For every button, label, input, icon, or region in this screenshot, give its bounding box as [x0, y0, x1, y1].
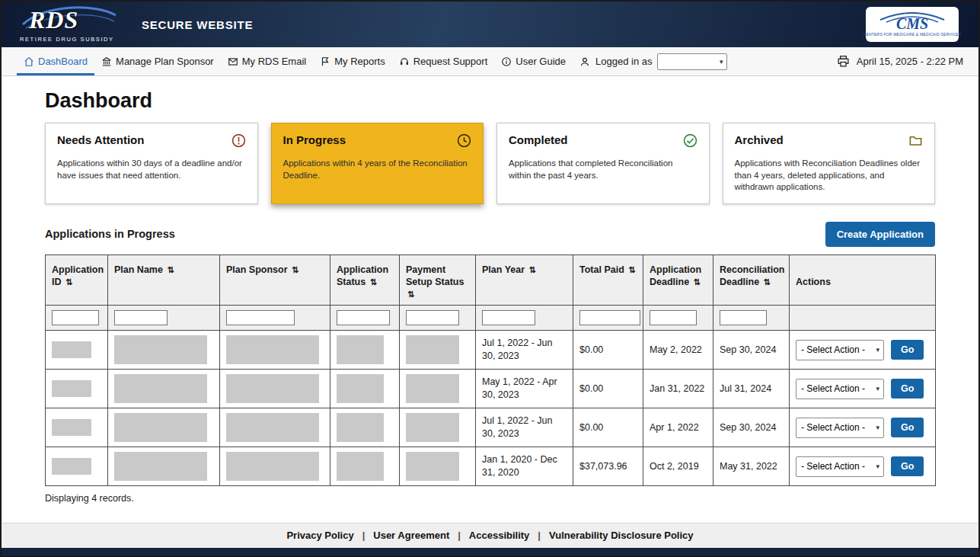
table-header-row: Application ID ⇅ Plan Name ⇅ Plan Sponso… [46, 254, 936, 306]
actions-cell: - Select Action - Go [796, 340, 929, 360]
nav-item-label: DashBoard [38, 56, 88, 67]
filter-plan-year-input[interactable] [482, 310, 535, 325]
login-select[interactable] [657, 53, 727, 70]
redacted-payment-setup-status [406, 413, 459, 442]
home-icon [24, 56, 34, 67]
sort-icon[interactable]: ⇅ [407, 290, 414, 299]
filter-application-deadline-input[interactable] [650, 310, 697, 325]
action-select-wrap: - Select Action - [796, 418, 884, 438]
plan-year-cell: Jan 1, 2020 - Dec 31, 2020 [476, 447, 573, 486]
col-application-id[interactable]: Application ID ⇅ [46, 254, 108, 306]
card-needs-attention[interactable]: Needs Attention Applications within 30 d… [45, 123, 258, 204]
col-plan-name[interactable]: Plan Name ⇅ [108, 254, 220, 306]
datetime-label: April 15, 2025 - 2:22 PM [857, 56, 963, 67]
actions-cell: - Select Action - Go [796, 418, 929, 438]
sort-icon[interactable]: ⇅ [529, 265, 536, 274]
sort-icon[interactable]: ⇅ [628, 265, 635, 274]
card-in-progress[interactable]: In Progress Applications within 4 years … [271, 123, 484, 204]
redacted-plan-name [114, 335, 207, 364]
reconciliation-deadline-cell: May 31, 2022 [713, 447, 790, 486]
go-button[interactable]: Go [891, 456, 924, 476]
col-application-status[interactable]: Application Status ⇅ [330, 254, 400, 306]
create-application-button[interactable]: Create Application [825, 222, 935, 247]
footer-link-privacy-policy[interactable]: Privacy Policy [286, 530, 353, 541]
nav-item-logged-in-as: Logged in as [573, 47, 734, 75]
col-plan-sponsor[interactable]: Plan Sponsor ⇅ [220, 254, 330, 306]
nav-item-manage-plan-sponsor[interactable]: Manage Plan Sponsor [94, 47, 221, 75]
col-payment-setup-status[interactable]: Payment Setup Status ⇅ [400, 254, 476, 306]
applications-table: Application ID ⇅ Plan Name ⇅ Plan Sponso… [45, 254, 936, 487]
nav-item-user-guide[interactable]: User Guide [494, 47, 573, 75]
col-label: Application Status [337, 264, 388, 287]
filter-reconciliation-deadline-input[interactable] [720, 310, 767, 325]
col-label: Plan Sponsor [226, 264, 288, 275]
action-select[interactable]: - Select Action - [796, 456, 884, 477]
rds-logo: RDS RETIREE DRUG SUBSIDY [18, 5, 125, 44]
filter-payment-setup-status-input[interactable] [406, 310, 459, 325]
table-row: Jul 1, 2022 - Jun 30, 2023 $0.00 May 2, … [46, 331, 936, 370]
sort-icon[interactable]: ⇅ [167, 265, 174, 274]
nav-item-my-rds-email[interactable]: My RDS Email [221, 47, 314, 75]
nav-item-dashboard[interactable]: DashBoard [17, 47, 94, 75]
filter-plan-sponsor-input[interactable] [226, 310, 295, 325]
redacted-application-status [337, 452, 384, 481]
actions-cell: - Select Action - Go [796, 456, 929, 477]
footer-link-accessibility[interactable]: Accessibility [469, 530, 530, 541]
nav-item-label: My RDS Email [242, 56, 307, 67]
table-row: May 1, 2022 - Apr 30, 2023 $0.00 Jan 31,… [46, 370, 936, 408]
action-select[interactable]: - Select Action - [796, 340, 884, 360]
footer: Privacy Policy|User Agreement|Accessibil… [2, 523, 978, 555]
card-description: Applications within 30 days of a deadlin… [57, 158, 246, 181]
user-icon [579, 56, 590, 67]
footer-separator: | [458, 530, 461, 541]
plan-year-cell: May 1, 2022 - Apr 30, 2023 [476, 370, 573, 408]
nav-item-request-support[interactable]: Request Support [392, 47, 495, 75]
action-select[interactable]: - Select Action - [796, 418, 884, 438]
table-row: Jul 1, 2022 - Jun 30, 2023 $0.00 Apr 1, … [46, 408, 936, 447]
app-header: RDS RETIREE DRUG SUBSIDY SECURE WEBSITE … [2, 2, 978, 47]
redacted-application-status [337, 374, 384, 403]
nav-item-my-reports[interactable]: My Reports [313, 47, 391, 75]
redacted-plan-sponsor [226, 413, 319, 442]
section-title: Applications in Progress [45, 228, 175, 240]
col-reconciliation-deadline[interactable]: Reconciliation Deadline ⇅ [713, 254, 790, 306]
page-title: Dashboard [45, 89, 935, 113]
building-icon [101, 56, 112, 67]
sort-icon[interactable]: ⇅ [764, 277, 771, 287]
go-button[interactable]: Go [891, 418, 924, 437]
sort-icon[interactable]: ⇅ [65, 277, 72, 287]
filter-application-status-input[interactable] [337, 310, 390, 325]
rds-logo-subtitle: RETIREE DRUG SUBSIDY [20, 36, 114, 43]
action-select[interactable]: - Select Action - [796, 379, 884, 399]
action-select-wrap: - Select Action - [796, 379, 884, 399]
status-cards: Needs Attention Applications within 30 d… [45, 123, 935, 204]
card-title: Archived [735, 133, 784, 146]
cms-logo: CMS CENTERS FOR MEDICARE & MEDICAID SERV… [866, 7, 959, 42]
card-title: In Progress [283, 133, 346, 146]
footer-link-vulnerability-disclosure[interactable]: Vulnerability Disclosure Policy [549, 530, 694, 541]
card-completed[interactable]: Completed Applications that completed Re… [496, 123, 710, 204]
nav-item-label: Logged in as [595, 56, 652, 67]
records-summary: Displaying 4 records. [45, 493, 935, 504]
plan-year-cell: Jul 1, 2022 - Jun 30, 2023 [476, 331, 573, 370]
filter-application-id-input[interactable] [52, 310, 99, 325]
sort-icon[interactable]: ⇅ [370, 277, 377, 287]
col-application-deadline[interactable]: Application Deadline ⇅ [643, 254, 713, 306]
filter-total-paid-input[interactable] [579, 310, 640, 325]
filter-plan-name-input[interactable] [114, 310, 168, 325]
action-select-wrap: - Select Action - [796, 456, 884, 477]
sort-icon[interactable]: ⇅ [694, 277, 701, 287]
flag-icon [320, 56, 330, 67]
card-archived[interactable]: Archived Applications with Reconciliatio… [723, 123, 936, 204]
printer-icon[interactable] [837, 55, 850, 68]
redacted-payment-setup-status [406, 374, 459, 403]
go-button[interactable]: Go [891, 379, 924, 399]
col-plan-year[interactable]: Plan Year ⇅ [476, 254, 573, 306]
login-select-wrap [657, 53, 727, 70]
sort-icon[interactable]: ⇅ [292, 265, 298, 274]
col-total-paid[interactable]: Total Paid ⇅ [573, 254, 643, 306]
info-icon [501, 56, 512, 67]
footer-link-user-agreement[interactable]: User Agreement [373, 530, 449, 541]
main-nav: DashBoard Manage Plan Sponsor My RDS Ema… [2, 47, 978, 76]
go-button[interactable]: Go [891, 340, 924, 360]
